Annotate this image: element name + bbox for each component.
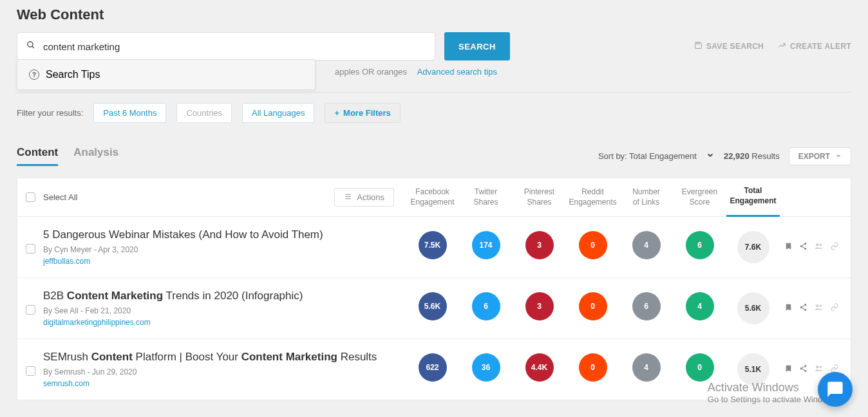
people-icon[interactable]	[814, 364, 824, 375]
metric-reddit: 0	[579, 231, 607, 259]
search-box[interactable]	[17, 32, 435, 60]
metric-total: 5.6K	[737, 292, 769, 324]
link-icon[interactable]	[830, 242, 839, 252]
filter-languages[interactable]: All Languages	[242, 103, 314, 123]
help-icon: ?	[29, 70, 39, 80]
metric-pinterest: 3	[525, 231, 554, 259]
select-all-checkbox[interactable]	[26, 192, 35, 202]
search-input[interactable]	[43, 41, 426, 52]
tab-analysis[interactable]: Analysis	[73, 146, 118, 166]
svg-point-6	[804, 243, 806, 245]
result-domain[interactable]: jeffbullas.com	[43, 257, 393, 266]
svg-point-18	[804, 370, 806, 372]
page-title: Web Content	[17, 0, 851, 32]
metric-links: 6	[632, 292, 661, 320]
people-icon[interactable]	[814, 303, 824, 313]
create-alert-button[interactable]: CREATE ALERT	[778, 41, 851, 51]
more-filters-button[interactable]: + More Filters	[325, 103, 400, 123]
table-row: B2B Content Marketing Trends in 2020 (In…	[17, 278, 851, 339]
metric-pinterest: 4.4K	[525, 353, 554, 382]
bookmark-icon[interactable]	[784, 242, 793, 252]
result-title[interactable]: SEMrush Content Platform | Boost Your Co…	[43, 351, 393, 364]
result-domain[interactable]: semrush.com	[43, 379, 393, 388]
result-meta: By See All - Feb 21, 2020	[43, 306, 393, 315]
metric-facebook: 622	[419, 353, 447, 382]
divider	[17, 92, 851, 93]
row-checkbox[interactable]	[26, 366, 35, 376]
search-tips-popover[interactable]: ? Search Tips	[17, 59, 316, 90]
metric-links: 4	[632, 231, 661, 259]
alert-icon	[778, 41, 786, 51]
svg-point-17	[800, 367, 802, 369]
svg-point-9	[816, 243, 818, 246]
col-evergreen[interactable]: Evergreen Score	[673, 187, 726, 207]
hint-text: apples OR oranges	[335, 67, 407, 77]
col-facebook[interactable]: Facebook Engagement	[406, 187, 459, 207]
svg-point-20	[819, 366, 821, 368]
chat-icon	[826, 380, 844, 398]
row-checkbox[interactable]	[26, 244, 35, 254]
people-icon[interactable]	[814, 242, 824, 252]
save-search-label: SAVE SEARCH	[706, 42, 764, 51]
chat-button[interactable]	[818, 372, 853, 407]
chevron-down-icon	[835, 152, 842, 161]
tab-content[interactable]: Content	[17, 146, 58, 166]
link-icon[interactable]	[830, 303, 839, 313]
metric-total: 7.6K	[737, 231, 769, 263]
svg-point-12	[800, 306, 802, 308]
chevron-down-icon[interactable]	[706, 151, 715, 162]
svg-point-8	[804, 248, 806, 250]
result-domain[interactable]: digitalmarketingphilippines.com	[43, 318, 393, 327]
actions-label: Actions	[357, 192, 384, 202]
results-count: 22,920	[724, 151, 750, 161]
col-reddit[interactable]: Reddit Engagements	[566, 187, 619, 207]
bookmark-icon[interactable]	[784, 364, 793, 375]
create-alert-label: CREATE ALERT	[790, 42, 851, 51]
actions-icon	[344, 192, 352, 202]
svg-rect-2	[697, 42, 699, 44]
save-icon	[694, 41, 703, 51]
metric-links: 4	[632, 353, 661, 382]
share-icon[interactable]	[799, 303, 807, 313]
col-pinterest[interactable]: Pinterest Shares	[513, 187, 566, 207]
search-icon	[26, 41, 35, 52]
svg-point-19	[816, 366, 818, 368]
svg-point-10	[819, 244, 821, 246]
metric-evergreen: 4	[686, 292, 714, 320]
col-links[interactable]: Number of Links	[619, 187, 673, 207]
share-icon[interactable]	[799, 242, 807, 252]
svg-point-7	[800, 245, 802, 247]
metric-pinterest: 3	[525, 292, 554, 320]
svg-point-14	[816, 304, 818, 307]
bookmark-icon[interactable]	[784, 303, 793, 313]
result-meta: By Semrush - Jun 29, 2020	[43, 367, 393, 376]
table-row: 5 Dangerous Webinar Mistakes (And How to…	[17, 217, 851, 278]
table-header: Select All Actions Facebook Engagement T…	[17, 178, 851, 217]
col-total[interactable]: Total Engagement	[726, 178, 780, 217]
svg-point-15	[819, 305, 821, 307]
metric-evergreen: 0	[686, 353, 714, 382]
export-button[interactable]: EXPORT	[789, 147, 851, 165]
svg-point-13	[804, 309, 806, 311]
advanced-search-link[interactable]: Advanced search tips	[417, 67, 497, 77]
metric-reddit: 0	[579, 353, 607, 382]
result-title[interactable]: B2B Content Marketing Trends in 2020 (In…	[43, 290, 393, 302]
result-title[interactable]: 5 Dangerous Webinar Mistakes (And How to…	[43, 228, 393, 241]
select-all-label: Select All	[43, 192, 88, 202]
search-tips-label: Search Tips	[46, 69, 100, 80]
plus-icon: +	[334, 108, 339, 118]
save-search-button[interactable]: SAVE SEARCH	[694, 41, 764, 51]
filter-period[interactable]: Past 6 Months	[93, 103, 166, 123]
filter-label: Filter your results:	[17, 108, 83, 118]
export-label: EXPORT	[798, 152, 830, 161]
col-twitter[interactable]: Twitter Shares	[459, 187, 513, 207]
search-button[interactable]: SEARCH	[444, 32, 510, 60]
metric-facebook: 7.5K	[419, 231, 447, 259]
share-icon[interactable]	[799, 364, 807, 375]
filter-countries[interactable]: Countries	[176, 103, 232, 123]
actions-button[interactable]: Actions	[334, 188, 394, 207]
more-filters-label: More Filters	[343, 108, 391, 118]
row-checkbox[interactable]	[26, 305, 35, 315]
metric-reddit: 0	[579, 292, 607, 320]
metric-twitter: 174	[472, 231, 500, 259]
